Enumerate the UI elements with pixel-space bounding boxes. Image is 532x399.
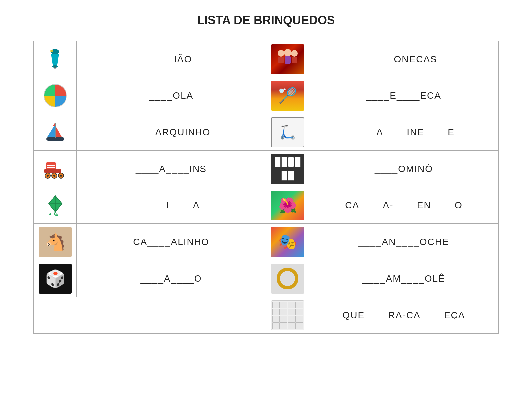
table-row: 🛴 ____A____INE____E <box>266 114 498 151</box>
svg-point-24 <box>49 213 51 215</box>
domino-photo <box>271 154 304 184</box>
bamboleo-photo <box>271 264 304 294</box>
cacavento-photo: 🌺 <box>271 191 304 220</box>
word-barco: ____ARQUINHO <box>77 114 266 150</box>
peteca-photo: 🏸 <box>271 81 304 111</box>
table-row: ____I____A <box>34 187 266 224</box>
left-half: ____IÃO ____OLA <box>34 41 266 333</box>
table-row: 🌺 CA____A-____EN____O <box>266 187 498 224</box>
svg-rect-31 <box>292 57 297 63</box>
svg-marker-1 <box>51 54 59 66</box>
pipa-icon <box>44 194 67 217</box>
svg-point-26 <box>278 50 284 57</box>
word-peteca: ____E____ECA <box>309 77 498 114</box>
image-cell-quebracabeca <box>266 297 309 333</box>
right-half: ____ONECAS 🏸 ____E____ECA 🛴 ____A____INE… <box>266 41 498 333</box>
bola-icon <box>44 84 67 107</box>
svg-point-28 <box>284 49 291 56</box>
word-bamboleo: ____AM____OLÊ <box>309 260 498 297</box>
word-peao: ____IÃO <box>77 41 266 77</box>
patinete-photo: 🛴 <box>271 117 304 147</box>
table-row: 🐴 CA____ALINHO <box>34 224 266 260</box>
word-pipa: ____I____A <box>77 187 266 223</box>
image-cell-cavalo: 🐴 <box>34 224 77 260</box>
svg-point-25 <box>56 214 58 216</box>
image-cell-patins <box>34 151 77 187</box>
fantasia-photo: 🎭 <box>271 227 304 257</box>
barco-icon <box>44 121 67 144</box>
bamboleo-ring <box>277 268 298 289</box>
svg-rect-11 <box>44 169 61 173</box>
table-row: ____AM____OLÊ <box>266 260 498 297</box>
image-cell-cacarola: 🌺 <box>266 187 309 223</box>
word-quebracabeca: QUE____RA-CA____EÇA <box>309 297 498 333</box>
svg-point-4 <box>50 50 53 52</box>
word-bonecas: ____ONECAS <box>309 41 498 77</box>
svg-point-30 <box>291 50 298 57</box>
patins-icon <box>43 157 67 181</box>
image-cell-dado: 🎲 <box>34 260 77 297</box>
dado-photo: 🎲 <box>39 264 72 294</box>
word-patinete: ____A____INE____E <box>309 114 498 150</box>
image-cell-patinete: 🛴 <box>266 114 309 150</box>
image-cell-peao <box>34 41 77 77</box>
word-patins: ____A____INS <box>77 151 266 187</box>
svg-rect-27 <box>278 57 284 63</box>
image-cell-fantasia: 🎭 <box>266 224 309 260</box>
image-cell-peteca: 🏸 <box>266 77 309 114</box>
table-row: ____OLA <box>34 77 266 114</box>
image-cell-bola <box>34 77 77 114</box>
word-dado: ____A____O <box>77 260 266 297</box>
svg-marker-5 <box>47 124 55 137</box>
quebracabeca-photo <box>271 300 304 330</box>
table-row: ____ONECAS <box>266 41 498 77</box>
image-cell-pipa <box>34 187 77 223</box>
word-cavalo: CA____ALINHO <box>77 224 266 260</box>
table-row: QUE____RA-CA____EÇA <box>266 297 498 333</box>
table-row: 🎲 ____A____O <box>34 260 266 297</box>
table-row: ____ARQUINHO <box>34 114 266 151</box>
word-bola: ____OLA <box>77 77 266 114</box>
image-cell-bonecas <box>266 41 309 77</box>
bonecas-photo <box>271 44 304 74</box>
peao-icon <box>44 48 66 70</box>
table-row: 🏸 ____E____ECA <box>266 77 498 114</box>
table-row: ____IÃO <box>34 41 266 77</box>
table-row: 🎭 ____AN____OCHE <box>266 224 498 260</box>
image-cell-barco <box>34 114 77 150</box>
word-fantasia: ____AN____OCHE <box>309 224 498 260</box>
word-domino: ____OMINÓ <box>309 151 498 187</box>
svg-point-17 <box>60 175 62 177</box>
table-row: ____A____INS <box>34 151 266 187</box>
image-cell-bamboleo <box>266 260 309 297</box>
bonecas-svg <box>274 47 301 71</box>
image-cell-domino <box>266 151 309 187</box>
svg-marker-9 <box>53 122 55 126</box>
svg-marker-6 <box>55 126 62 137</box>
svg-rect-29 <box>285 56 291 64</box>
svg-point-16 <box>53 175 55 177</box>
table-row: ____OMINÓ <box>266 151 498 187</box>
cavalo-photo: 🐴 <box>39 227 72 257</box>
svg-point-15 <box>47 175 49 177</box>
word-cacarola: CA____A-____EN____O <box>309 187 498 223</box>
page: LISTA DE BRINQUEDOS ____IÃO <box>33 13 499 334</box>
page-title: LISTA DE BRINQUEDOS <box>33 13 499 27</box>
main-grid: ____IÃO ____OLA <box>33 41 499 334</box>
